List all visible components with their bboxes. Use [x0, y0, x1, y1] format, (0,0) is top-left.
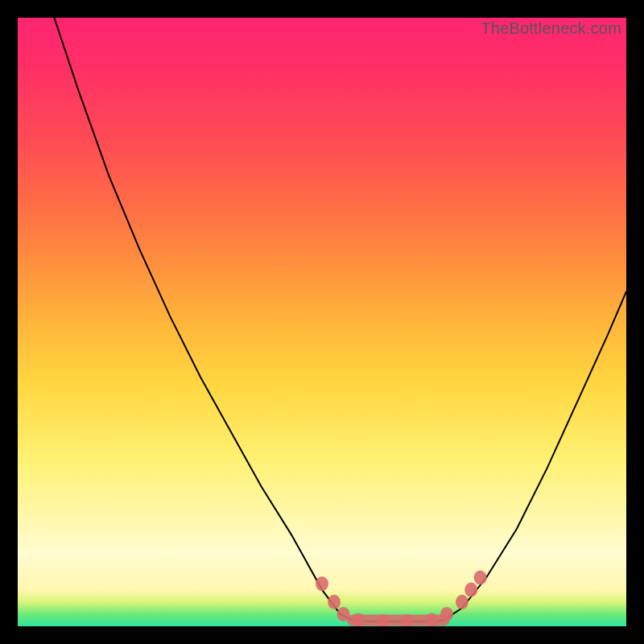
valley-marker — [337, 607, 350, 621]
chart-frame: TheBottleneck.com — [0, 0, 644, 644]
valley-marker — [464, 583, 477, 597]
plot-area: TheBottleneck.com — [18, 18, 626, 626]
valley-marker — [456, 595, 469, 609]
valley-marker — [328, 595, 341, 609]
curve-overlay — [18, 18, 626, 626]
valley-marker — [316, 576, 328, 591]
valley-marker — [474, 571, 487, 585]
left-curve-path — [54, 18, 352, 620]
valley-marker — [440, 607, 453, 621]
right-curve-path — [444, 291, 626, 620]
